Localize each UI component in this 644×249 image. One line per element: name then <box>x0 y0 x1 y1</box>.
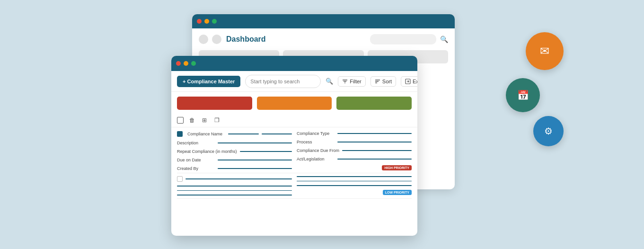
data-field-r2 <box>297 181 412 182</box>
field-line-r2 <box>337 142 412 142</box>
field-line-3 <box>240 151 292 152</box>
field-group-left-2 <box>177 176 292 196</box>
data-line-1 <box>185 178 292 179</box>
main-dot-red <box>176 61 181 66</box>
data-field-2 <box>177 186 292 187</box>
data-row-checkbox-row <box>177 176 292 182</box>
field-line-r1 <box>337 133 412 134</box>
field-repeat: Repeat Compliance (in months) <box>177 149 292 154</box>
calendar-icon: 📅 <box>517 89 529 101</box>
bg-search-icon: 🔍 <box>440 36 448 43</box>
search-input[interactable] <box>245 75 321 88</box>
bg-dashboard-title: Dashboard <box>226 35 266 44</box>
main-titlebar <box>171 56 417 71</box>
add-compliance-button[interactable]: + Compliance Master <box>177 76 240 87</box>
compliance-name-checkbox[interactable] <box>177 131 183 137</box>
field-line-r4 <box>337 159 412 160</box>
high-priority-badge: HIGH PRIORITY <box>382 165 412 170</box>
action-row: 🗑 ⊞ ❐ <box>171 115 417 127</box>
sort-icon <box>375 79 380 84</box>
field-line-2 <box>218 142 292 143</box>
bg-titlebar <box>192 14 455 28</box>
data-line-r1 <box>297 176 412 177</box>
settings-icon: ⚙ <box>544 125 553 137</box>
main-toolbar: + Compliance Master 🔍 Filter Sort Export… <box>171 71 417 92</box>
table-data-row-2: LOW PRIORITY <box>177 173 412 199</box>
field-compliance-type: Compliance Type <box>297 131 412 136</box>
export-button[interactable]: Export <box>401 76 417 87</box>
main-dot-green <box>191 61 196 66</box>
field-line-1a <box>228 133 259 134</box>
data-field-r3 <box>297 185 412 186</box>
dot-red <box>197 19 202 24</box>
bg-header: Dashboard 🔍 <box>199 34 448 44</box>
mail-icon: ✉ <box>540 44 549 58</box>
data-line-4a <box>177 195 292 196</box>
circle-calendar: 📅 <box>506 78 540 112</box>
data-line-3a <box>177 190 292 191</box>
select-all-checkbox[interactable] <box>177 117 184 124</box>
circle-settings: ⚙ <box>533 116 564 146</box>
field-compliance-name: Compliance Name <box>177 131 292 137</box>
sort-button[interactable]: Sort <box>371 76 396 87</box>
delete-icon[interactable]: 🗑 <box>188 116 196 124</box>
row2-checkbox[interactable] <box>177 176 183 182</box>
data-line-r3 <box>297 185 412 186</box>
filter-button[interactable]: Filter <box>338 76 365 87</box>
data-field-4 <box>177 195 292 196</box>
stats-bars <box>171 92 417 115</box>
data-field-r1 <box>297 176 412 177</box>
export-icon <box>405 79 411 84</box>
field-line-r3 <box>342 150 412 151</box>
stat-bar-green <box>336 97 412 110</box>
field-process: Process <box>297 140 412 144</box>
field-due-date: Due on Date <box>177 158 292 162</box>
field-created-by: Created By <box>177 166 292 171</box>
field-line-1b <box>262 133 292 134</box>
data-line-2a <box>177 186 292 187</box>
filter-icon <box>342 79 348 84</box>
copy-icon[interactable]: ❐ <box>213 116 221 124</box>
low-priority-badge: LOW PRIORITY <box>383 190 412 195</box>
low-priority-row: LOW PRIORITY <box>297 190 412 195</box>
field-line-5 <box>218 168 292 169</box>
bg-search-bar <box>370 34 436 44</box>
field-group-left: Compliance Name Description Repeat Compl… <box>177 131 292 171</box>
grid-icon[interactable]: ⊞ <box>201 116 208 124</box>
main-window: + Compliance Master 🔍 Filter Sort Export… <box>171 56 417 236</box>
field-act-legislation: Act/Legislation <box>297 157 412 161</box>
field-due-from: Compliance Due From <box>297 148 412 153</box>
circle-mail: ✉ <box>526 32 564 70</box>
field-group-right: Compliance Type Process Compliance Due F… <box>297 131 412 171</box>
dot-green <box>212 19 217 24</box>
main-dot-yellow <box>184 61 188 66</box>
data-field-3 <box>177 190 292 191</box>
field-group-right-2: LOW PRIORITY <box>297 176 412 196</box>
field-priority-row: HIGH PRIORITY <box>297 165 412 170</box>
search-icon: 🔍 <box>326 78 333 85</box>
table-area: Compliance Name Description Repeat Compl… <box>171 127 417 199</box>
field-description: Description <box>177 141 292 145</box>
table-header-row: Compliance Name Description Repeat Compl… <box>177 127 412 173</box>
data-line-r2 <box>297 181 412 182</box>
field-line-4 <box>218 160 292 160</box>
stat-bar-orange <box>257 97 332 110</box>
stat-bar-red <box>177 97 252 110</box>
dot-yellow <box>204 19 209 24</box>
